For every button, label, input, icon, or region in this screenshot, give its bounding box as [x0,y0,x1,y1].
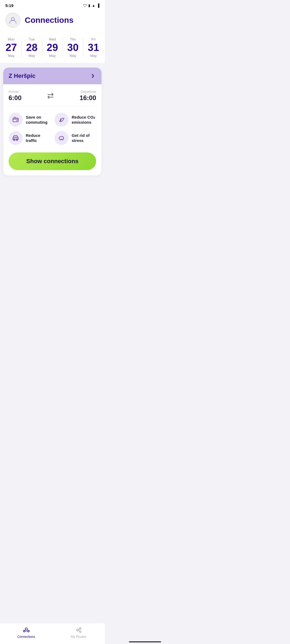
day-number-fri: 31 [88,42,99,53]
wallet-icon [12,116,19,123]
day-separator-3 [63,38,63,57]
header: Connections [0,10,105,33]
feature-get-rid-stress: Get rid of stress [55,131,96,145]
departure-time: 16:00 [80,94,96,102]
arrival-label: Arrival [9,90,21,94]
avatar[interactable] [5,13,20,28]
day-month-thu: May [70,54,76,58]
cloud-icon-container [55,131,68,145]
cloud-icon [58,134,65,141]
car-icon-container [9,131,23,145]
status-bar: 5:19 🛡 ▮ ▲ ▐ [0,0,105,10]
wallet-icon-container [9,113,23,127]
reduce-co2-label: Reduce CO₂ emissions [72,115,96,125]
day-month-tue: May [28,54,35,58]
calendar-day-tue[interactable]: Tue 28 May [24,37,40,58]
svg-point-2 [16,120,17,121]
card-header[interactable]: Z Heršpic [3,68,102,84]
day-month-mon: May [8,54,15,58]
day-number-wed: 29 [47,42,58,53]
departure-block: Departure 16:00 [80,90,96,102]
signal-icon: ▐ [97,3,99,8]
day-name-mon: Mon [8,37,15,41]
route-title: Z Heršpic [9,72,35,79]
calendar-day-mon[interactable]: Mon 27 May [3,37,19,58]
day-separator-2 [42,38,42,57]
day-separator-4 [83,38,83,57]
battery-icon: ▮ [88,3,90,8]
card-body: Arrival 6:00 Departure 16:00 [3,84,102,175]
day-number-mon: 27 [6,42,17,53]
route-card: Z Heršpic Arrival 6:00 D [3,68,102,175]
departure-label: Departure [80,90,96,94]
day-separator-1 [21,38,22,57]
feature-save-commuting: Save on commuting [9,113,50,127]
status-icons: 🛡 ▮ ▲ ▐ [83,3,99,8]
day-name-tue: Tue [29,37,35,41]
times-row: Arrival 6:00 Departure 16:00 [9,90,96,106]
status-time: 5:19 [5,3,13,8]
svg-rect-1 [13,118,18,122]
shield-icon: 🛡 [83,3,87,8]
spacer [3,175,102,202]
show-connections-button[interactable]: Show connections [9,152,96,170]
arrival-time: 6:00 [9,94,21,102]
leaf-icon [58,116,65,123]
swap-icon [45,90,56,101]
main-content: Z Heršpic Arrival 6:00 D [0,63,105,207]
calendar-day-wed[interactable]: Wed 29 May [44,37,60,58]
day-month-fri: May [90,54,97,58]
wifi-icon: ▲ [92,3,95,8]
day-name-fri: Fri [91,37,95,41]
features-grid: Save on commuting Reduce CO₂ emissions [9,113,96,145]
chevron-right-icon [90,73,96,79]
car-icon [12,134,19,141]
feature-reduce-co2: Reduce CO₂ emissions [55,113,96,127]
feature-reduce-traffic: Reduce traffic [9,131,50,145]
day-month-wed: May [49,54,56,58]
arrival-block: Arrival 6:00 [9,90,21,102]
page-title: Connections [25,16,74,25]
user-avatar-icon [9,16,17,24]
day-name-wed: Wed [49,37,56,41]
day-name-thu: Thu [70,37,76,41]
day-number-tue: 28 [26,42,37,53]
get-rid-stress-label: Get rid of stress [72,133,96,143]
calendar-strip: Mon 27 May Tue 28 May Wed 29 May Thu 30 … [0,33,105,63]
calendar-day-fri[interactable]: Fri 31 May [85,37,102,58]
day-number-thu: 30 [67,42,78,53]
reduce-traffic-label: Reduce traffic [26,133,50,143]
leaf-icon-container [55,113,68,127]
save-commuting-label: Save on commuting [26,115,50,125]
calendar-day-thu[interactable]: Thu 30 May [65,37,81,58]
